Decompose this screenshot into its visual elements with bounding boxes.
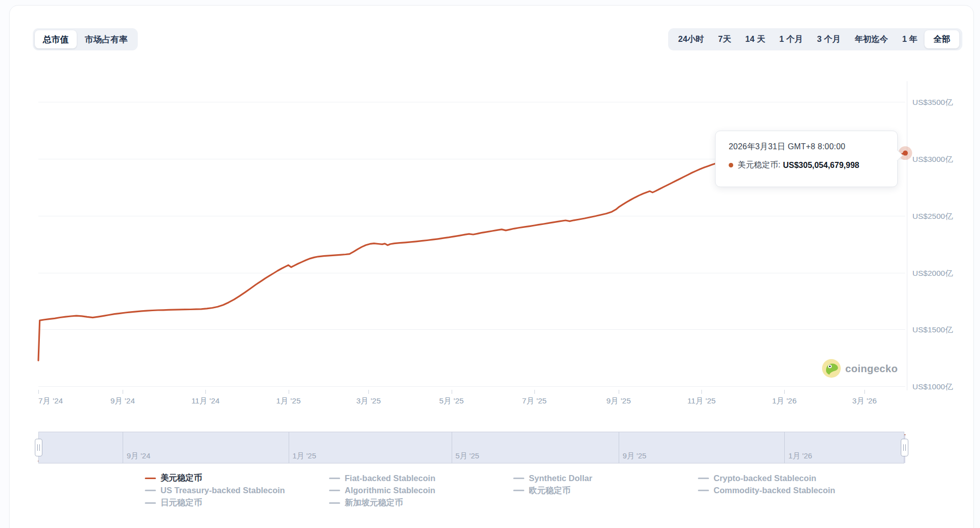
- y-axis-label: US$2000亿: [912, 268, 953, 279]
- legend-dash-icon: [513, 478, 524, 479]
- x-axis-label: 11月 '25: [687, 396, 716, 406]
- metric-option-1[interactable]: 市场占有率: [77, 30, 136, 48]
- legend-dash-icon: [513, 490, 524, 491]
- legend-label: 美元稳定币: [160, 473, 202, 484]
- gridline: [38, 386, 905, 387]
- x-axis-tick: [368, 390, 369, 394]
- x-axis-tick: [38, 390, 39, 394]
- range-option-4[interactable]: 3 个月: [810, 30, 848, 48]
- legend-dash-icon: [145, 490, 156, 491]
- x-axis-tick: [205, 390, 206, 394]
- tooltip-series-value: US$305,054,679,998: [783, 161, 859, 170]
- gridline: [38, 273, 905, 273]
- legend-dash-icon: [329, 490, 340, 491]
- x-axis-tick: [701, 390, 702, 394]
- x-axis-tick: [784, 390, 785, 394]
- x-axis-tick: [534, 390, 535, 394]
- navigator-handle-left[interactable]: [35, 439, 42, 456]
- metric-toggle: 总市值市场占有率: [33, 28, 138, 50]
- x-axis-tick: [123, 390, 123, 394]
- legend-dash-icon: [698, 478, 709, 479]
- legend-dash-icon: [145, 478, 156, 479]
- legend-item[interactable]: Algorithmic Stablecoin: [329, 485, 435, 497]
- y-axis-label: US$2500亿: [912, 211, 953, 222]
- navigator-handle-right[interactable]: [901, 439, 908, 456]
- metric-option-0[interactable]: 总市值: [35, 30, 77, 48]
- navigator-label: 5月 '25: [456, 451, 479, 461]
- legend-label: Algorithmic Stablecoin: [345, 486, 435, 495]
- x-axis-label: 1月 '25: [276, 396, 301, 406]
- tooltip-date: 2026年3月31日 GMT+8 8:00:00: [729, 142, 885, 152]
- legend-item[interactable]: Fiat-backed Stablecoin: [329, 472, 435, 485]
- x-axis-label: 3月 '25: [356, 396, 381, 406]
- legend-label: 日元稳定币: [160, 497, 202, 508]
- coingecko-logo-icon: [822, 359, 841, 378]
- legend-label: Crypto-backed Stablecoin: [714, 474, 816, 483]
- legend-label: 新加坡元稳定币: [345, 497, 403, 508]
- legend-label: Fiat-backed Stablecoin: [345, 474, 435, 483]
- x-axis-label: 7月 '24: [38, 396, 63, 406]
- legend-label: 欧元稳定币: [529, 485, 571, 496]
- legend-item[interactable]: 日元稳定币: [145, 497, 285, 509]
- range-option-1[interactable]: 7天: [711, 30, 738, 48]
- legend-label: Synthetic Dollar: [529, 474, 592, 483]
- y-axis-label: US$1000亿: [912, 382, 953, 392]
- legend-column: Crypto-backed StablecoinCommodity-backed…: [698, 472, 835, 497]
- x-axis-label: 9月 '24: [111, 396, 135, 406]
- y-axis-line: [907, 81, 907, 390]
- legend-item[interactable]: Synthetic Dollar: [513, 472, 592, 485]
- legend-label: US Treasury-backed Stablecoin: [160, 486, 285, 495]
- legend-column: 美元稳定币US Treasury-backed Stablecoin日元稳定币: [145, 472, 285, 509]
- range-option-3[interactable]: 1 个月: [772, 30, 810, 48]
- y-axis-label: US$1500亿: [912, 325, 953, 335]
- legend-label: Commodity-backed Stablecoin: [714, 486, 835, 495]
- range-option-6[interactable]: 1 年: [895, 30, 924, 48]
- chart-card: 总市值市场占有率 24小时7天14 天1 个月3 个月年初迄今1 年全部 US$…: [9, 5, 974, 528]
- gridline: [38, 329, 905, 330]
- navigator-gridline: [619, 432, 619, 463]
- legend-item[interactable]: Commodity-backed Stablecoin: [698, 485, 835, 497]
- legend-item[interactable]: Crypto-backed Stablecoin: [698, 472, 835, 485]
- navigator-label: 1月 '26: [788, 451, 812, 461]
- coingecko-watermark-text: coingecko: [845, 363, 898, 375]
- range-option-0[interactable]: 24小时: [671, 30, 711, 48]
- legend-dash-icon: [329, 502, 340, 504]
- range-option-2[interactable]: 14 天: [738, 30, 772, 48]
- gridline: [38, 216, 905, 216]
- legend-dash-icon: [329, 478, 340, 479]
- legend-item[interactable]: 欧元稳定币: [513, 485, 592, 497]
- navigator-gridline: [784, 432, 785, 463]
- y-axis-label: US$3500亿: [912, 97, 953, 108]
- legend-item[interactable]: US Treasury-backed Stablecoin: [145, 485, 285, 497]
- legend-dash-icon: [145, 502, 156, 504]
- legend-column: Fiat-backed StablecoinAlgorithmic Stable…: [329, 472, 435, 509]
- tooltip-series-row: 美元稳定币: US$305,054,679,998: [729, 160, 885, 170]
- legend-item[interactable]: 美元稳定币: [145, 472, 285, 485]
- x-axis-tick: [864, 390, 865, 394]
- tooltip: 2026年3月31日 GMT+8 8:00:00 美元稳定币: US$305,0…: [715, 131, 898, 187]
- x-axis-tick: [452, 390, 452, 394]
- x-axis-label: 5月 '25: [439, 396, 464, 406]
- coingecko-watermark: coingecko: [822, 359, 898, 378]
- tooltip-series-label: 美元稳定币:: [738, 160, 780, 170]
- range-option-5[interactable]: 年初迄今: [848, 30, 895, 48]
- x-axis-label: 3月 '26: [852, 396, 877, 406]
- navigator-gridline: [289, 432, 289, 463]
- range-option-7[interactable]: 全部: [924, 30, 959, 48]
- x-axis-tick: [289, 390, 289, 394]
- navigator-label: 1月 '25: [293, 451, 316, 461]
- navigator-gridline: [452, 432, 452, 463]
- time-range-selector: 24小时7天14 天1 个月3 个月年初迄今1 年全部: [668, 28, 962, 50]
- x-axis-label: 11月 '24: [191, 396, 220, 406]
- tooltip-series-dot-icon: [729, 163, 733, 167]
- y-axis-label: US$3000亿: [912, 154, 953, 165]
- x-axis-label: 1月 '26: [772, 396, 797, 406]
- gridline: [38, 102, 905, 102]
- x-axis-label: 9月 '25: [606, 396, 631, 406]
- navigator-label: 9月 '24: [127, 451, 150, 461]
- legend-item[interactable]: 新加坡元稳定币: [329, 497, 435, 509]
- legend-dash-icon: [698, 490, 709, 491]
- x-axis-label: 7月 '25: [522, 396, 547, 406]
- navigator-label: 9月 '25: [623, 451, 646, 461]
- navigator-gridline: [123, 432, 123, 463]
